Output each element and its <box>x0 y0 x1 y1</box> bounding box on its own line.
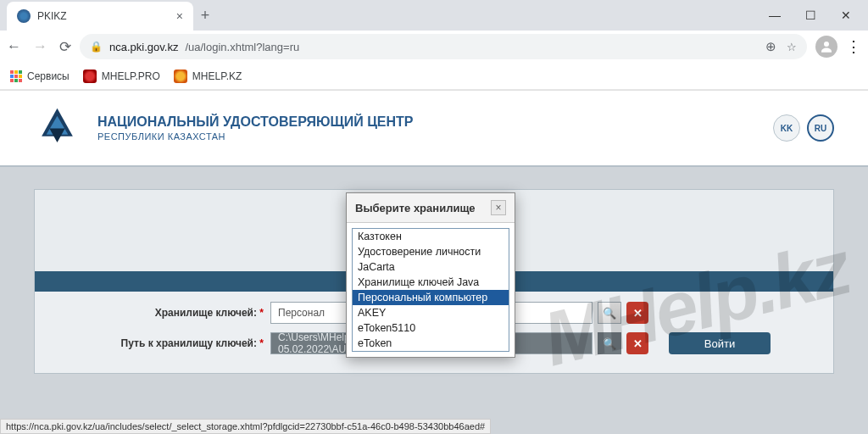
clear-storage-button[interactable]: ✕ <box>626 302 648 324</box>
browse-storage-button[interactable]: 🔍 <box>598 302 621 324</box>
clear-path-button[interactable]: ✕ <box>626 332 648 354</box>
search-in-page-icon[interactable]: ⊕ <box>765 39 776 54</box>
bookmark-label: MHELP.PRO <box>102 70 160 82</box>
bookmark-mhelp-pro[interactable]: MHELP.PRO <box>83 70 160 83</box>
address-bar[interactable]: 🔒 nca.pki.gov.kz/ua/login.xhtml?lang=ru … <box>80 34 807 59</box>
key-storage-label: Хранилище ключей: * <box>50 307 270 319</box>
storage-option[interactable]: AKEY <box>353 305 509 320</box>
back-icon[interactable]: ← <box>7 38 21 55</box>
modal-title: Выберите хранилище <box>355 202 476 214</box>
apps-grid-icon <box>10 70 22 82</box>
url-path: /ua/login.xhtml?lang=ru <box>185 41 299 53</box>
svg-point-0 <box>824 42 829 47</box>
apps-shortcut[interactable]: Сервисы <box>10 70 70 82</box>
site-logo <box>34 105 81 152</box>
site-title: НАЦИОНАЛЬНЫЙ УДОСТОВЕРЯЮЩИЙ ЦЕНТР <box>97 114 414 130</box>
storage-option-selected[interactable]: Персональный компьютер <box>353 290 509 305</box>
close-window-icon[interactable]: ✕ <box>836 8 856 22</box>
login-button[interactable]: Войти <box>669 332 771 354</box>
profile-avatar[interactable] <box>815 36 837 58</box>
new-tab-button[interactable]: + <box>193 7 217 25</box>
lang-ru-button[interactable]: RU <box>807 114 834 142</box>
storage-option[interactable]: Хранилище ключей Java <box>353 275 509 290</box>
bookmark-mhelp-kz[interactable]: MHELP.KZ <box>174 70 242 83</box>
storage-select-modal: Выберите хранилище × Казтокен Удостовере… <box>346 192 515 358</box>
kebab-menu-icon[interactable]: ⋮ <box>846 37 861 56</box>
reload-icon[interactable]: ⟳ <box>59 38 71 56</box>
storage-option[interactable]: eToken <box>353 336 509 351</box>
bookmark-star-icon[interactable]: ☆ <box>787 41 797 53</box>
bookmark-icon <box>83 70 97 83</box>
page-header: НАЦИОНАЛЬНЫЙ УДОСТОВЕРЯЮЩИЙ ЦЕНТР РЕСПУБ… <box>0 91 868 167</box>
minimize-icon[interactable]: — <box>765 8 785 22</box>
favicon <box>17 9 31 23</box>
storage-listbox[interactable]: Казтокен Удостоверение личности JaCarta … <box>352 228 509 352</box>
maximize-icon[interactable]: ☐ <box>800 8 821 22</box>
browse-path-button[interactable]: 🔍 <box>598 332 621 354</box>
key-path-label: Путь к хранилищу ключей: * <box>50 337 270 349</box>
lock-icon: 🔒 <box>90 41 103 53</box>
browser-tab[interactable]: PKIKZ × <box>7 2 193 31</box>
lang-kk-button[interactable]: KK <box>773 114 800 142</box>
storage-option[interactable]: JaCarta <box>353 259 509 275</box>
site-subtitle: РЕСПУБЛИКИ КАЗАХСТАН <box>97 131 414 142</box>
url-host: nca.pki.gov.kz <box>109 41 178 53</box>
bookmark-icon <box>174 70 187 83</box>
apps-label: Сервисы <box>27 70 70 82</box>
forward-icon[interactable]: → <box>33 38 47 55</box>
storage-option[interactable]: Удостоверение личности <box>353 244 509 259</box>
tab-title: PKIKZ <box>37 10 170 22</box>
modal-close-button[interactable]: × <box>491 200 506 215</box>
close-tab-icon[interactable]: × <box>176 9 183 23</box>
storage-option[interactable]: Казтокен <box>353 229 509 244</box>
status-bar: https://nca.pki.gov.kz/ua/includes/selec… <box>0 419 491 434</box>
bookmark-label: MHELP.KZ <box>192 70 242 82</box>
storage-option[interactable]: eToken5110 <box>353 320 509 336</box>
